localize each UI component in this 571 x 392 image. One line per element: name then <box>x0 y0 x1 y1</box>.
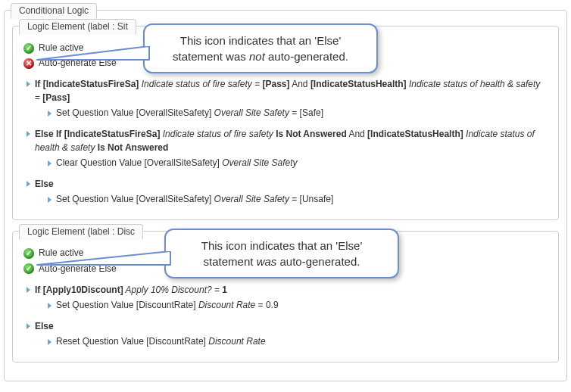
action-text: Reset Question Value [DiscountRate] <box>56 336 208 347</box>
emphasis: was <box>257 255 277 268</box>
logic-element-tab-2[interactable]: Logic Element (label : Disc <box>19 224 143 240</box>
logic-tab-label: Logic Element (label : Sit <box>27 21 128 32</box>
kw-else: Else <box>35 319 54 333</box>
logic-element-tab-1[interactable]: Logic Element (label : Sit <box>19 19 136 35</box>
elseif-action: Clear Question Value [OverallSiteSafety]… <box>48 156 548 170</box>
op: = <box>212 285 223 295</box>
logic-element-panel-2: Logic Element (label : Disc Rule active … <box>12 231 559 362</box>
token: [IndicateStatusFireSa] <box>64 129 161 139</box>
predicate: Is Not Answered <box>273 129 347 139</box>
action-text: Clear Question Value [OverallSiteSafety] <box>56 157 222 168</box>
kw-elseif: Else If <box>35 129 64 139</box>
action-value: = 0.9 <box>255 300 278 310</box>
kw-if: If <box>35 79 43 89</box>
callout-not-autogenerated: This icon indicates that an 'Else' state… <box>143 23 378 73</box>
logic-tab-label: Logic Element (label : Disc <box>27 226 135 237</box>
logic-element-panel-1: Logic Element (label : Sit Rule active A… <box>12 26 559 220</box>
token: [Apply10Discount] <box>43 285 123 295</box>
if-action: Set Question Value [DiscountRate] Discou… <box>48 298 548 312</box>
arrow-icon <box>48 110 51 117</box>
else-action: Set Question Value [OverallSiteSafety] O… <box>48 192 548 206</box>
kw-else: Else <box>35 177 54 191</box>
value: 1 <box>222 285 227 295</box>
arrow-icon <box>48 303 51 309</box>
text: auto-generated. <box>276 255 360 268</box>
if-expression: If [IndicateStatusFireSa] Indicate statu… <box>35 77 548 104</box>
callout-was-autogenerated: This icon indicates that an 'Else' state… <box>164 229 399 278</box>
callout-line: This icon indicates that an 'Else' <box>178 238 385 254</box>
else-action: Reset Question Value [DiscountRate] Disc… <box>48 334 548 348</box>
text: statement <box>204 255 257 268</box>
kw-and: And <box>290 79 310 89</box>
check-icon <box>23 248 34 259</box>
elseif-expression: Else If [IndicateStatusFireSa] Indicate … <box>35 127 548 154</box>
kw-if: If <box>35 285 43 295</box>
else-clause: Else Set Question Value [OverallSiteSafe… <box>27 177 548 206</box>
if-clause: If [IndicateStatusFireSa] Indicate statu… <box>27 77 548 120</box>
elseif-clause: Else If [IndicateStatusFireSa] Indicate … <box>27 127 548 170</box>
question-label: Indicate status of fire safety <box>160 129 273 139</box>
value: [Pass] <box>262 79 289 89</box>
emphasis: not <box>249 50 265 63</box>
cross-icon <box>23 58 34 69</box>
question-label: Apply 10% Discount? <box>123 285 212 295</box>
if-clause: If [Apply10Discount] Apply 10% Discount?… <box>27 283 548 312</box>
question-label: Indicate status of health & safety <box>407 79 541 89</box>
action-text: Set Question Value [OverallSiteSafety] <box>56 107 214 118</box>
check-icon <box>23 43 34 54</box>
question-label: Discount Rate <box>208 336 265 347</box>
value: [Pass] <box>42 92 70 103</box>
question-label: Overall Site Safety <box>222 157 297 168</box>
arrow-icon <box>48 197 51 203</box>
arrow-icon <box>27 131 30 137</box>
predicate: Is Not Answered <box>95 142 168 153</box>
callout-line: This icon indicates that an 'Else' <box>157 33 364 48</box>
text: statement was <box>173 50 249 63</box>
token: [IndicateStatusHealth] <box>367 129 463 139</box>
action-value: = [Unsafe] <box>289 194 333 204</box>
arrow-icon <box>48 339 51 345</box>
action-text: Set Question Value [DiscountRate] <box>56 300 198 310</box>
if-action: Set Question Value [OverallSiteSafety] O… <box>48 106 548 120</box>
conditional-logic-container: Conditional Logic Logic Element (label :… <box>4 10 567 381</box>
if-expression: If [Apply10Discount] Apply 10% Discount?… <box>35 283 227 297</box>
callout-line: statement was auto-generated. <box>178 254 385 269</box>
action-text: Set Question Value [OverallSiteSafety] <box>56 194 214 204</box>
token: [IndicateStatusHealth] <box>310 79 407 89</box>
svg-marker-1 <box>37 251 170 265</box>
callout-tail-icon <box>36 46 157 76</box>
else-clause: Else Reset Question Value [DiscountRate]… <box>27 319 548 348</box>
arrow-icon <box>27 81 30 87</box>
callout-line: statement was not auto-generated. <box>157 48 364 64</box>
tab-conditional-logic[interactable]: Conditional Logic <box>11 3 97 19</box>
action-value: = [Safe] <box>289 107 323 118</box>
question-label: Overall Site Safety <box>214 107 289 118</box>
arrow-icon <box>27 323 30 329</box>
arrow-icon <box>48 160 51 166</box>
text: auto-generated. <box>265 50 348 63</box>
arrow-icon <box>27 181 30 187</box>
question-label: Overall Site Safety <box>214 194 289 204</box>
question-label: Indicate status of fire safety <box>139 79 251 89</box>
arrow-icon <box>27 287 30 293</box>
kw-and: And <box>347 129 367 139</box>
op: = <box>35 92 42 103</box>
tab-label: Conditional Logic <box>19 5 89 16</box>
token: [IndicateStatusFireSa] <box>43 79 139 89</box>
question-label: Discount Rate <box>198 300 255 310</box>
op: = <box>252 79 263 89</box>
check-icon <box>23 263 34 274</box>
callout-tail-icon <box>36 251 179 282</box>
svg-marker-0 <box>37 46 149 60</box>
